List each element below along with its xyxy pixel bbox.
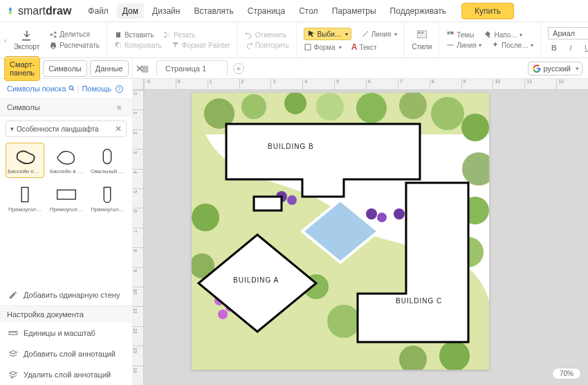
svg-point-23 <box>316 93 344 120</box>
ribbon-group-tools: Выби…▾ Линия▾ Форма▾ AТекст <box>297 22 405 57</box>
menu-table[interactable]: Стол <box>293 3 323 19</box>
line-style-button[interactable]: Линия▾ <box>446 41 481 49</box>
language-label: русский <box>544 64 571 73</box>
canvas-page[interactable]: BUILDING B BUILDING A BUILDING С <box>192 93 489 370</box>
tab-symbols[interactable]: Символы <box>43 60 87 77</box>
close-category-icon[interactable]: ✕ <box>115 124 122 134</box>
menu-file[interactable]: Файл <box>82 3 114 19</box>
logo-text-bold: draw <box>46 5 71 17</box>
menu-home[interactable]: Дом <box>117 3 144 19</box>
svg-point-26 <box>431 97 464 130</box>
delete-annotation-layer-button[interactable]: Удалить слой аннотаций <box>0 364 132 385</box>
svg-rect-4 <box>117 31 119 33</box>
layers-plus-icon <box>8 349 18 359</box>
fill-button[interactable]: Напо…▾ <box>484 30 522 39</box>
effects-button[interactable]: После…▾ <box>491 41 533 49</box>
shapes-grid: Бассейн пр… Бассейн в … Овальный … Прямо… <box>0 141 132 217</box>
pencil-icon <box>8 290 18 300</box>
linestyle-icon <box>446 41 454 49</box>
google-icon <box>533 64 541 73</box>
share-button[interactable]: Делиться <box>49 30 100 39</box>
bold-button[interactable]: B <box>548 42 560 53</box>
format-painter-button[interactable]: Формат Painter <box>172 41 230 49</box>
svg-point-22 <box>284 93 306 114</box>
ribbon-group-styles: Стили <box>405 22 439 57</box>
shape-rect-2[interactable]: Прямоугол… <box>47 181 86 216</box>
italic-button[interactable]: I <box>564 42 577 53</box>
help-icon: ? <box>116 85 123 93</box>
scissors-icon <box>163 30 172 39</box>
ribbon-group-file: Экспорт Делиться Распечатать <box>7 22 107 57</box>
thumbnail-toggle[interactable]: ▦ <box>138 64 151 73</box>
print-button[interactable]: Распечатать <box>49 42 100 50</box>
add-page-button[interactable]: + <box>233 63 244 74</box>
font-family-select[interactable]: Ариал <box>548 27 588 39</box>
tab-data[interactable]: Данные <box>90 60 129 77</box>
shape-icon <box>304 43 312 51</box>
svg-rect-12 <box>421 32 423 34</box>
svg-rect-13 <box>448 32 450 35</box>
help-link[interactable]: Помощь <box>82 84 111 93</box>
logo-text-light: smart <box>18 5 46 17</box>
ribbon-toolbar: ‹ Экспорт Делиться Распечатать Вставить … <box>0 22 588 58</box>
export-label: Экспорт <box>14 43 40 51</box>
units-scale-button[interactable]: Единицы и масштаб <box>0 323 132 343</box>
paste-button[interactable]: Вставить <box>114 30 154 39</box>
add-wall-button[interactable]: Добавить одинарную стену <box>0 285 132 305</box>
svg-point-24 <box>356 93 387 123</box>
styles-button[interactable]: Стили <box>412 29 432 51</box>
tab-smartpanel[interactable]: Смарт-панель <box>4 56 40 81</box>
brush-icon <box>172 41 180 49</box>
canvas-area[interactable]: -50123456789101112 01234567891011121314 <box>133 79 588 385</box>
language-select[interactable]: русский <box>528 62 582 75</box>
ribbon-group-theme: Темы Напо…▾ Линия▾ После…▾ <box>439 22 541 57</box>
shape-oval[interactable]: Овальный … <box>89 143 127 178</box>
line-icon <box>361 30 369 38</box>
copy-button[interactable]: Копировать <box>114 41 162 49</box>
zoom-level[interactable]: 70% <box>552 368 581 379</box>
svg-point-41 <box>394 208 405 220</box>
shape-tool-button[interactable]: Форма▾ <box>304 43 342 51</box>
top-menu-bar: smartdraw Файл Дом Дизайн Вставлять Стра… <box>0 0 588 22</box>
share-icon <box>49 30 57 39</box>
symbols-menu-icon[interactable]: ≡ <box>117 103 125 111</box>
line-tool-button[interactable]: Линия▾ <box>361 30 398 38</box>
site-plan-drawing <box>192 93 489 370</box>
svg-point-27 <box>461 114 489 141</box>
page-tab-1[interactable]: Страница 1 <box>156 60 228 76</box>
svg-point-40 <box>377 213 387 222</box>
download-icon <box>20 29 33 42</box>
symbols-header: Символы ≡ <box>0 98 132 116</box>
shape-pool-freeform[interactable]: Бассейн пр… <box>6 143 44 178</box>
redo-button[interactable]: Повторить <box>245 41 289 49</box>
category-label: Особенности ландшафта <box>17 125 99 133</box>
svg-rect-17 <box>21 188 28 202</box>
cut-button[interactable]: Резать <box>163 30 195 39</box>
ruler-icon <box>8 328 18 338</box>
export-button[interactable]: Экспорт <box>14 29 40 51</box>
menu-design[interactable]: Дизайн <box>147 3 185 19</box>
ruler-corner <box>133 79 144 90</box>
text-tool-button[interactable]: AТекст <box>351 42 377 52</box>
swatch-icon <box>446 30 454 39</box>
svg-point-0 <box>50 33 53 35</box>
svg-rect-11 <box>419 32 421 34</box>
shape-pool-kidney[interactable]: Бассейн в … <box>47 143 86 178</box>
menu-support[interactable]: Поддерживать <box>385 3 452 19</box>
add-annotation-layer-button[interactable]: Добавить слой аннотаций <box>0 343 132 364</box>
underline-button[interactable]: U <box>581 42 588 53</box>
undo-button[interactable]: Отменить <box>245 30 289 39</box>
sidebar-links: Символы поиска | Помощь ? <box>0 79 132 98</box>
logo-icon <box>6 6 15 16</box>
buy-button[interactable]: Купить <box>461 3 514 19</box>
menu-page[interactable]: Страница <box>242 3 291 19</box>
document-tabs: ▦ Страница 1 + русский <box>133 58 588 78</box>
search-symbols-link[interactable]: Символы поиска <box>7 84 75 93</box>
select-tool-button[interactable]: Выби…▾ <box>304 28 351 40</box>
shape-rect-round[interactable]: Прямоугол… <box>89 181 127 216</box>
shape-rect-1[interactable]: Прямоугол… <box>6 181 44 216</box>
themes-button[interactable]: Темы <box>446 30 474 39</box>
symbol-category-select[interactable]: ▾ Особенности ландшафта ✕ <box>6 120 127 137</box>
menu-insert[interactable]: Вставлять <box>188 3 239 19</box>
menu-options[interactable]: Параметры <box>327 3 382 19</box>
